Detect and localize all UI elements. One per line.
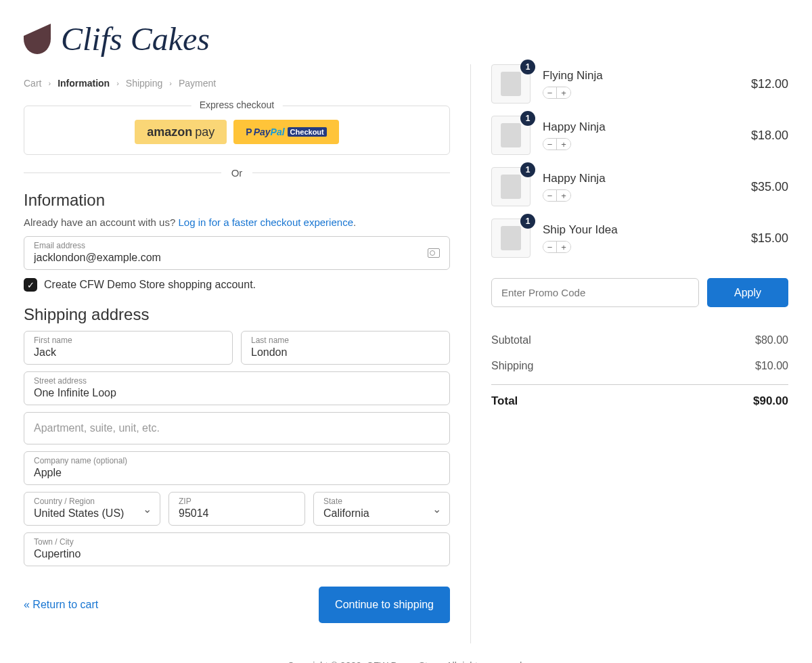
city-field[interactable]: Town / City: [24, 532, 450, 566]
quantity-stepper[interactable]: − +: [543, 241, 571, 253]
decrease-quantity-button[interactable]: −: [543, 190, 557, 201]
cart-item: 1 Happy Ninja − + $35.00: [491, 167, 788, 206]
apply-promo-button[interactable]: Apply: [707, 278, 788, 307]
chevron-right-icon: ›: [116, 79, 119, 87]
product-name: Happy Ninja: [543, 120, 739, 134]
zip-field[interactable]: ZIP: [168, 492, 305, 526]
total-row: Total $90.00: [491, 384, 788, 415]
company-field[interactable]: Company name (optional): [24, 451, 450, 485]
product-price: $35.00: [751, 180, 788, 194]
product-name: Happy Ninja: [543, 172, 739, 185]
increase-quantity-button[interactable]: +: [557, 87, 570, 98]
quantity-badge: 1: [520, 60, 535, 74]
quantity-stepper[interactable]: − +: [543, 189, 571, 202]
country-field[interactable]: Country / Region ⌄: [24, 492, 160, 526]
increase-quantity-button[interactable]: +: [557, 242, 570, 252]
state-select[interactable]: [323, 507, 440, 520]
breadcrumb-shipping[interactable]: Shipping: [126, 78, 163, 89]
amazon-pay-button[interactable]: amazonpay: [135, 120, 227, 144]
chevron-right-icon: ›: [169, 79, 172, 87]
cart-items-list: 1 Flying Ninja − + $12.00 1 Happy Ninja …: [491, 64, 788, 258]
zip-input[interactable]: [179, 507, 295, 520]
city-input[interactable]: [34, 548, 440, 560]
quantity-stepper[interactable]: − +: [543, 138, 571, 150]
quantity-badge: 1: [520, 162, 535, 177]
last-name-input[interactable]: [251, 346, 440, 359]
create-account-checkbox[interactable]: ✓: [24, 278, 37, 292]
country-select[interactable]: [34, 507, 150, 520]
contact-card-icon: [428, 248, 440, 258]
logo-icon: [24, 24, 51, 54]
cart-item: 1 Flying Ninja − + $12.00: [491, 64, 788, 104]
product-price: $12.00: [751, 77, 788, 91]
login-prompt: Already have an account with us? Log in …: [24, 216, 450, 228]
product-thumbnail: 1: [491, 116, 531, 155]
quantity-badge: 1: [520, 214, 535, 229]
logo[interactable]: Clifs Cakes: [24, 20, 788, 58]
first-name-field[interactable]: First name: [24, 331, 233, 365]
increase-quantity-button[interactable]: +: [557, 139, 570, 150]
footer-copyright: Copyright © 2020, CFW Demo Store. All ri…: [0, 643, 812, 663]
breadcrumb-cart[interactable]: Cart: [24, 78, 41, 89]
product-thumbnail: 1: [491, 167, 531, 206]
apartment-field[interactable]: [24, 412, 450, 444]
cart-item: 1 Ship Your Idea − + $15.00: [491, 219, 788, 258]
shipping-row: Shipping $10.00: [491, 353, 788, 379]
express-checkout-box: Express checkout amazonpay P PayPal Chec…: [24, 106, 450, 155]
breadcrumb-payment[interactable]: Payment: [179, 78, 216, 89]
product-thumbnail: 1: [491, 64, 531, 104]
product-thumbnail: 1: [491, 219, 531, 258]
quantity-stepper[interactable]: − +: [543, 87, 571, 99]
state-field[interactable]: State ⌄: [313, 492, 450, 526]
cart-item: 1 Happy Ninja − + $18.00: [491, 116, 788, 155]
breadcrumb-information: Information: [58, 78, 110, 89]
email-field[interactable]: Email address: [24, 236, 450, 270]
street-address-field[interactable]: Street address: [24, 371, 450, 405]
decrease-quantity-button[interactable]: −: [543, 139, 557, 150]
or-divider: Or: [24, 167, 450, 179]
decrease-quantity-button[interactable]: −: [543, 242, 557, 252]
product-name: Ship Your Idea: [543, 223, 739, 237]
email-input[interactable]: [34, 252, 440, 264]
product-price: $18.00: [751, 129, 788, 143]
paypal-checkout-button[interactable]: P PayPal Checkout: [233, 120, 338, 144]
decrease-quantity-button[interactable]: −: [543, 87, 557, 98]
logo-text: Clifs Cakes: [61, 20, 210, 58]
street-address-input[interactable]: [34, 387, 440, 399]
increase-quantity-button[interactable]: +: [557, 190, 570, 201]
subtotal-row: Subtotal $80.00: [491, 327, 788, 353]
continue-to-shipping-button[interactable]: Continue to shipping: [319, 587, 450, 623]
last-name-field[interactable]: Last name: [241, 331, 450, 365]
product-name: Flying Ninja: [543, 69, 739, 83]
return-to-cart-link[interactable]: « Return to cart: [24, 599, 98, 611]
create-account-label: Create CFW Demo Store shopping account.: [44, 279, 256, 291]
shipping-heading: Shipping address: [24, 305, 450, 324]
information-heading: Information: [24, 191, 450, 210]
express-checkout-title: Express checkout: [191, 99, 283, 110]
promo-code-input[interactable]: [491, 278, 699, 307]
first-name-input[interactable]: [34, 346, 223, 359]
company-input[interactable]: [34, 467, 440, 479]
apartment-input[interactable]: [34, 422, 440, 434]
quantity-badge: 1: [520, 111, 535, 126]
product-price: $15.00: [751, 231, 788, 246]
chevron-right-icon: ›: [48, 79, 51, 87]
login-link[interactable]: Log in for a faster checkout experience: [178, 216, 353, 228]
breadcrumb: Cart › Information › Shipping › Payment: [24, 64, 450, 99]
